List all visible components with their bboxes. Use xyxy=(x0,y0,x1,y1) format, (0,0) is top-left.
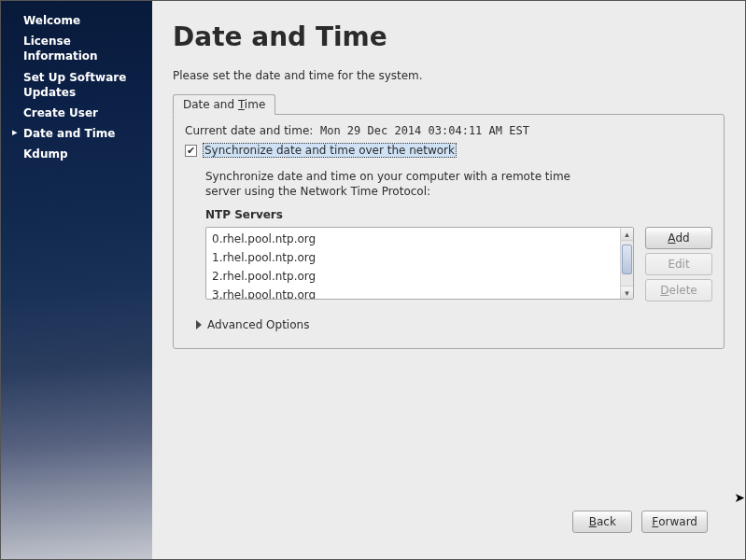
add-button[interactable]: Add xyxy=(645,227,712,249)
scroll-thumb[interactable] xyxy=(622,245,632,274)
ntp-list-scrollbar[interactable]: ▴ ▾ xyxy=(620,228,633,299)
sidebar-item-date-and-time[interactable]: Date and Time xyxy=(1,123,152,144)
ntp-server-item[interactable]: 2.rhel.pool.ntp.org xyxy=(206,267,620,286)
ntp-server-item[interactable]: 3.rhel.pool.ntp.org xyxy=(206,286,620,299)
footer-buttons: Back Forward xyxy=(173,503,725,544)
delete-button: Delete xyxy=(645,279,712,301)
sidebar: Welcome License Information Set Up Softw… xyxy=(1,1,152,559)
sidebar-item-create-user[interactable]: Create User xyxy=(1,103,152,123)
advanced-options-label: Advanced Options xyxy=(207,318,309,331)
sync-checkbox-row[interactable]: ✔ Synchronize date and time over the net… xyxy=(185,143,712,158)
sidebar-item-kdump[interactable]: Kdump xyxy=(1,144,152,164)
advanced-options-expander[interactable]: Advanced Options xyxy=(196,318,712,331)
sync-checkbox-label: Synchronize date and time over the netwo… xyxy=(203,143,457,158)
ntp-servers-listbox[interactable]: 0.rhel.pool.ntp.org 1.rhel.pool.ntp.org … xyxy=(205,227,634,300)
tabset: Date and Time Current date and time: Mon… xyxy=(173,93,725,349)
current-datetime-value: Mon 29 Dec 2014 03:04:11 AM EST xyxy=(320,124,529,137)
forward-button[interactable]: Forward xyxy=(641,511,708,533)
tab-date-and-time[interactable]: Date and Time xyxy=(173,94,275,115)
scroll-down-icon[interactable]: ▾ xyxy=(621,286,633,299)
ntp-servers-heading: NTP Servers xyxy=(205,208,712,221)
tab-panel-date-and-time: Current date and time: Mon 29 Dec 2014 0… xyxy=(173,114,725,349)
intro-text: Please set the date and time for the sys… xyxy=(173,69,725,82)
current-datetime-row: Current date and time: Mon 29 Dec 2014 0… xyxy=(185,124,712,137)
ntp-server-item[interactable]: 0.rhel.pool.ntp.org xyxy=(206,230,620,248)
sidebar-item-setup-software-updates[interactable]: Set Up Software Updates xyxy=(1,67,152,103)
sidebar-item-welcome[interactable]: Welcome xyxy=(1,10,152,31)
page-title: Date and Time xyxy=(173,21,725,52)
disclosure-triangle-icon xyxy=(196,320,202,329)
back-button[interactable]: Back xyxy=(572,511,632,533)
sidebar-item-license-information[interactable]: License Information xyxy=(1,31,152,66)
sync-explanation: Synchronize date and time on your comput… xyxy=(205,169,579,199)
current-datetime-label: Current date and time: xyxy=(185,124,313,137)
scroll-track[interactable] xyxy=(621,241,633,286)
sync-checkbox[interactable]: ✔ xyxy=(185,145,197,157)
edit-button: Edit xyxy=(645,253,712,275)
main-panel: Date and Time Please set the date and ti… xyxy=(152,1,745,559)
scroll-up-icon[interactable]: ▴ xyxy=(621,228,633,241)
ntp-server-item[interactable]: 1.rhel.pool.ntp.org xyxy=(206,248,620,267)
